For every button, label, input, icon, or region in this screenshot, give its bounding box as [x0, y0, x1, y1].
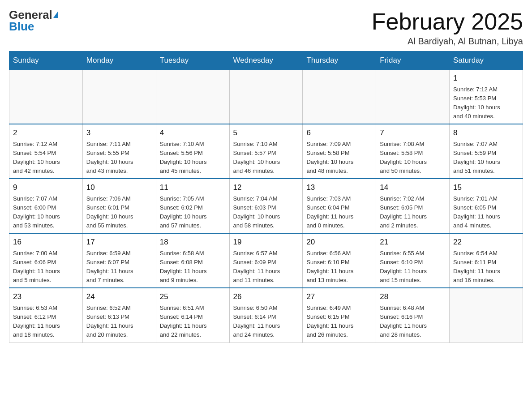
day-number: 24	[86, 291, 152, 303]
day-info: Sunrise: 7:05 AMSunset: 6:02 PMDaylight:…	[160, 194, 226, 231]
day-number: 23	[13, 291, 79, 303]
day-number: 12	[233, 182, 299, 193]
calendar-week-row: 16Sunrise: 7:00 AMSunset: 6:06 PMDayligh…	[9, 233, 523, 288]
logo-triangle-icon	[53, 12, 58, 18]
calendar-day-cell: 14Sunrise: 7:02 AMSunset: 6:05 PMDayligh…	[376, 179, 450, 233]
location-title: Al Bardiyah, Al Butnan, Libya	[372, 36, 523, 47]
calendar-week-row: 9Sunrise: 7:07 AMSunset: 6:00 PMDaylight…	[9, 179, 523, 233]
day-info: Sunrise: 7:12 AMSunset: 5:54 PMDaylight:…	[13, 140, 79, 176]
calendar-day-cell: 16Sunrise: 7:00 AMSunset: 6:06 PMDayligh…	[9, 233, 83, 288]
day-number: 10	[86, 182, 152, 193]
calendar-day-cell: 4Sunrise: 7:10 AMSunset: 5:56 PMDaylight…	[156, 124, 229, 179]
calendar-day-cell	[376, 70, 450, 124]
day-number: 9	[13, 182, 79, 193]
day-info: Sunrise: 7:07 AMSunset: 6:00 PMDaylight:…	[13, 194, 79, 231]
day-info: Sunrise: 6:55 AMSunset: 6:10 PMDaylight:…	[380, 249, 446, 285]
day-info: Sunrise: 6:52 AMSunset: 6:13 PMDaylight:…	[86, 304, 152, 340]
day-info: Sunrise: 7:11 AMSunset: 5:55 PMDaylight:…	[86, 140, 152, 176]
day-number: 3	[86, 127, 152, 139]
calendar-day-cell	[450, 288, 523, 342]
day-header-monday: Monday	[82, 51, 156, 70]
calendar-week-row: 23Sunrise: 6:53 AMSunset: 6:12 PMDayligh…	[9, 288, 523, 342]
title-section: February 2025 Al Bardiyah, Al Butnan, Li…	[372, 9, 523, 47]
calendar-day-cell: 19Sunrise: 6:57 AMSunset: 6:09 PMDayligh…	[229, 233, 303, 288]
calendar-day-cell: 22Sunrise: 6:54 AMSunset: 6:11 PMDayligh…	[450, 233, 523, 288]
day-info: Sunrise: 7:10 AMSunset: 5:56 PMDaylight:…	[160, 140, 226, 176]
day-info: Sunrise: 7:12 AMSunset: 5:53 PMDaylight:…	[453, 85, 519, 121]
day-info: Sunrise: 7:00 AMSunset: 6:06 PMDaylight:…	[13, 249, 79, 285]
calendar-day-cell: 17Sunrise: 6:59 AMSunset: 6:07 PMDayligh…	[82, 233, 156, 288]
day-info: Sunrise: 6:57 AMSunset: 6:09 PMDaylight:…	[233, 249, 299, 285]
calendar-day-cell: 1Sunrise: 7:12 AMSunset: 5:53 PMDaylight…	[450, 70, 523, 124]
calendar-day-cell: 9Sunrise: 7:07 AMSunset: 6:00 PMDaylight…	[9, 179, 83, 233]
calendar-day-cell	[156, 70, 229, 124]
day-number: 25	[160, 291, 226, 303]
day-number: 11	[160, 182, 226, 193]
day-info: Sunrise: 6:58 AMSunset: 6:08 PMDaylight:…	[160, 249, 226, 285]
calendar-day-cell: 25Sunrise: 6:51 AMSunset: 6:14 PMDayligh…	[156, 288, 229, 342]
calendar-day-cell	[303, 70, 376, 124]
calendar-day-cell: 11Sunrise: 7:05 AMSunset: 6:02 PMDayligh…	[156, 179, 229, 233]
calendar-week-row: 2Sunrise: 7:12 AMSunset: 5:54 PMDaylight…	[9, 124, 523, 179]
day-info: Sunrise: 6:49 AMSunset: 6:15 PMDaylight:…	[306, 304, 372, 340]
logo-blue-text: Blue	[9, 21, 34, 32]
day-info: Sunrise: 6:56 AMSunset: 6:10 PMDaylight:…	[306, 249, 372, 285]
calendar-week-row: 1Sunrise: 7:12 AMSunset: 5:53 PMDaylight…	[9, 70, 523, 124]
day-number: 17	[86, 236, 152, 248]
calendar-day-cell: 6Sunrise: 7:09 AMSunset: 5:58 PMDaylight…	[303, 124, 376, 179]
calendar-day-cell: 23Sunrise: 6:53 AMSunset: 6:12 PMDayligh…	[9, 288, 83, 342]
calendar-day-cell	[229, 70, 303, 124]
day-info: Sunrise: 7:03 AMSunset: 6:04 PMDaylight:…	[306, 194, 372, 231]
calendar-day-cell	[9, 70, 83, 124]
calendar-header-row: SundayMondayTuesdayWednesdayThursdayFrid…	[9, 51, 523, 70]
day-number: 16	[13, 236, 79, 248]
day-header-thursday: Thursday	[303, 51, 376, 70]
day-number: 20	[306, 236, 372, 248]
day-info: Sunrise: 6:48 AMSunset: 6:16 PMDaylight:…	[380, 304, 446, 340]
day-info: Sunrise: 7:07 AMSunset: 5:59 PMDaylight:…	[453, 140, 519, 176]
calendar-day-cell: 8Sunrise: 7:07 AMSunset: 5:59 PMDaylight…	[450, 124, 523, 179]
calendar-day-cell: 13Sunrise: 7:03 AMSunset: 6:04 PMDayligh…	[303, 179, 376, 233]
day-info: Sunrise: 6:51 AMSunset: 6:14 PMDaylight:…	[160, 304, 226, 340]
calendar-day-cell: 18Sunrise: 6:58 AMSunset: 6:08 PMDayligh…	[156, 233, 229, 288]
day-header-wednesday: Wednesday	[229, 51, 303, 70]
calendar-day-cell	[82, 70, 156, 124]
day-number: 18	[160, 236, 226, 248]
day-number: 7	[380, 127, 446, 139]
day-header-saturday: Saturday	[450, 51, 523, 70]
day-number: 8	[453, 127, 519, 139]
calendar-day-cell: 3Sunrise: 7:11 AMSunset: 5:55 PMDaylight…	[82, 124, 156, 179]
calendar-day-cell: 20Sunrise: 6:56 AMSunset: 6:10 PMDayligh…	[303, 233, 376, 288]
calendar-day-cell: 12Sunrise: 7:04 AMSunset: 6:03 PMDayligh…	[229, 179, 303, 233]
day-header-tuesday: Tuesday	[156, 51, 229, 70]
day-info: Sunrise: 7:09 AMSunset: 5:58 PMDaylight:…	[306, 140, 372, 176]
calendar-day-cell: 27Sunrise: 6:49 AMSunset: 6:15 PMDayligh…	[303, 288, 376, 342]
day-number: 1	[453, 73, 519, 84]
day-info: Sunrise: 6:50 AMSunset: 6:14 PMDaylight:…	[233, 304, 299, 340]
day-info: Sunrise: 7:02 AMSunset: 6:05 PMDaylight:…	[380, 194, 446, 231]
calendar-day-cell: 5Sunrise: 7:10 AMSunset: 5:57 PMDaylight…	[229, 124, 303, 179]
calendar-table: SundayMondayTuesdayWednesdayThursdayFrid…	[9, 51, 523, 342]
day-info: Sunrise: 6:53 AMSunset: 6:12 PMDaylight:…	[13, 304, 79, 340]
day-header-sunday: Sunday	[9, 51, 83, 70]
day-number: 4	[160, 127, 226, 139]
day-info: Sunrise: 6:54 AMSunset: 6:11 PMDaylight:…	[453, 249, 519, 285]
calendar-day-cell: 10Sunrise: 7:06 AMSunset: 6:01 PMDayligh…	[82, 179, 156, 233]
calendar-day-cell: 26Sunrise: 6:50 AMSunset: 6:14 PMDayligh…	[229, 288, 303, 342]
day-number: 21	[380, 236, 446, 248]
day-number: 2	[13, 127, 79, 139]
calendar-day-cell: 7Sunrise: 7:08 AMSunset: 5:58 PMDaylight…	[376, 124, 450, 179]
day-info: Sunrise: 7:08 AMSunset: 5:58 PMDaylight:…	[380, 140, 446, 176]
day-number: 14	[380, 182, 446, 193]
day-number: 27	[306, 291, 372, 303]
day-number: 22	[453, 236, 519, 248]
calendar-day-cell: 15Sunrise: 7:01 AMSunset: 6:05 PMDayligh…	[450, 179, 523, 233]
day-number: 5	[233, 127, 299, 139]
day-info: Sunrise: 7:10 AMSunset: 5:57 PMDaylight:…	[233, 140, 299, 176]
calendar-day-cell: 28Sunrise: 6:48 AMSunset: 6:16 PMDayligh…	[376, 288, 450, 342]
day-number: 19	[233, 236, 299, 248]
day-info: Sunrise: 7:06 AMSunset: 6:01 PMDaylight:…	[86, 194, 152, 231]
calendar-day-cell: 24Sunrise: 6:52 AMSunset: 6:13 PMDayligh…	[82, 288, 156, 342]
logo-general-text: General	[9, 9, 52, 21]
day-number: 28	[380, 291, 446, 303]
